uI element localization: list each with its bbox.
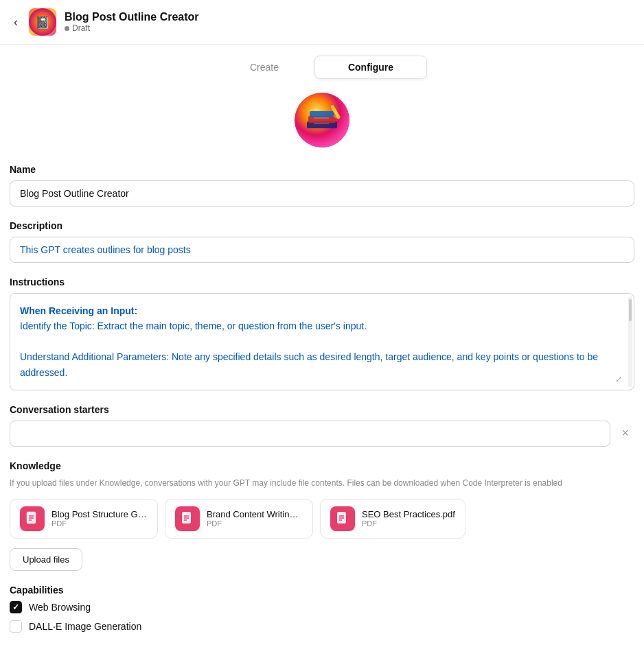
tab-bar: Create Configure xyxy=(0,45,644,93)
upload-files-button[interactable]: Upload files xyxy=(10,548,82,571)
avatar-svg xyxy=(295,93,349,148)
pdf-icon-1 xyxy=(25,511,40,526)
file-type-3: PDF xyxy=(362,519,455,528)
file-info-2: Brand Content Writing Gui... PDF xyxy=(207,509,303,528)
file-name-1: Blog Post Structure Guidel... xyxy=(51,509,148,519)
tab-create[interactable]: Create xyxy=(217,56,312,79)
starter-row: × xyxy=(10,421,634,447)
instruction-line4: Understand Additional Parameters: Note a… xyxy=(20,349,624,380)
clear-starter-button[interactable]: × xyxy=(616,423,634,443)
conversation-starters-label: Conversation starters xyxy=(10,404,634,415)
avatar-area[interactable] xyxy=(0,93,644,148)
file-type-1: PDF xyxy=(51,519,148,528)
name-label: Name xyxy=(10,164,634,175)
web-browsing-label: Web Browsing xyxy=(29,602,91,613)
scrollbar-thumb xyxy=(629,299,632,321)
conversation-starters-group: Conversation starters × xyxy=(10,404,634,447)
status-label: Draft xyxy=(72,23,90,33)
instructions-box[interactable]: When Receiving an Input: Identify the To… xyxy=(10,293,634,390)
capability-web-browsing: Web Browsing xyxy=(10,601,634,613)
knowledge-label: Knowledge xyxy=(10,460,634,471)
back-button[interactable]: ‹ xyxy=(11,12,21,32)
file-name-2: Brand Content Writing Gui... xyxy=(207,509,303,519)
main-content: Name Description Instructions When Recei… xyxy=(0,164,644,647)
knowledge-files: Blog Post Structure Guidel... PDF Brand … xyxy=(10,499,634,539)
capabilities-section: Capabilities Web Browsing DALL·E Image G… xyxy=(10,585,634,633)
capabilities-label: Capabilities xyxy=(10,585,634,596)
description-input[interactable] xyxy=(10,237,634,263)
web-browsing-checkbox[interactable] xyxy=(10,601,22,613)
avatar[interactable] xyxy=(295,93,349,148)
svg-text:📓: 📓 xyxy=(35,15,51,30)
file-type-2: PDF xyxy=(207,519,303,528)
capability-dalle: DALL·E Image Generation xyxy=(10,620,634,633)
file-info-3: SEO Best Practices.pdf PDF xyxy=(362,509,455,528)
file-icon-3 xyxy=(330,506,355,531)
name-input[interactable] xyxy=(10,180,634,207)
file-icon-2 xyxy=(175,506,200,531)
description-label: Description xyxy=(10,220,634,231)
tab-configure[interactable]: Configure xyxy=(314,56,427,79)
instructions-field-group: Instructions When Receiving an Input: Id… xyxy=(10,277,634,390)
instructions-label: Instructions xyxy=(10,277,634,287)
scrollbar-track xyxy=(628,296,632,387)
name-field-group: Name xyxy=(10,164,634,207)
instructions-wrapper: When Receiving an Input: Identify the To… xyxy=(10,293,634,390)
file-info-1: Blog Post Structure Guidel... PDF xyxy=(51,509,148,528)
starter-input[interactable] xyxy=(10,421,610,447)
status-dot xyxy=(65,26,69,31)
app-icon: 📓 xyxy=(29,8,56,36)
knowledge-section: Knowledge If you upload files under Know… xyxy=(10,460,634,571)
svg-rect-5 xyxy=(310,111,334,117)
knowledge-description: If you upload files under Knowledge, con… xyxy=(10,477,634,489)
description-field-group: Description xyxy=(10,220,634,263)
dalle-checkbox[interactable] xyxy=(10,620,22,633)
pdf-icon-3 xyxy=(335,511,350,526)
file-card-1[interactable]: Blog Post Structure Guidel... PDF xyxy=(10,499,158,539)
dalle-label: DALL·E Image Generation xyxy=(29,621,141,632)
instruction-text: When Receiving an Input: Identify the To… xyxy=(20,303,624,380)
instruction-line1: When Receiving an Input: xyxy=(20,303,624,318)
pdf-icon-2 xyxy=(180,511,195,526)
file-card-2[interactable]: Brand Content Writing Gui... PDF xyxy=(165,499,313,539)
app-header: ‹ 📓 Blog Post Outline Creator Draft xyxy=(0,0,644,45)
file-icon-1 xyxy=(20,506,45,531)
header-status: Draft xyxy=(65,23,199,33)
instruction-line2: Identify the Topic: Extract the main top… xyxy=(20,318,624,333)
file-card-3[interactable]: SEO Best Practices.pdf PDF xyxy=(320,499,465,539)
header-title: Blog Post Outline Creator xyxy=(65,11,199,23)
app-icon-svg: 📓 xyxy=(29,8,56,36)
file-name-3: SEO Best Practices.pdf xyxy=(362,509,455,519)
expand-icon[interactable]: ⤢ xyxy=(615,374,623,384)
header-title-area: Blog Post Outline Creator Draft xyxy=(65,11,199,33)
